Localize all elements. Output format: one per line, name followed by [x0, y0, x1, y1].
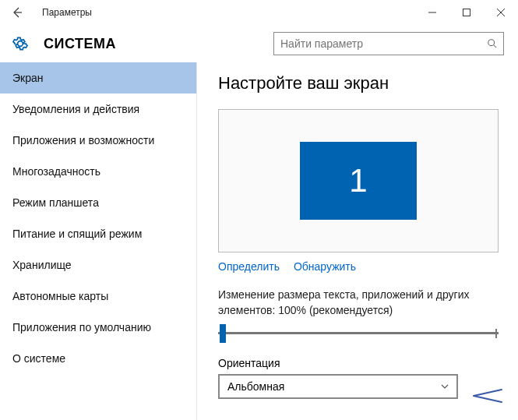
chevron-down-icon — [433, 382, 456, 391]
svg-point-1 — [488, 40, 495, 46]
orientation-label: Ориентация — [218, 357, 496, 369]
monitor-thumbnail[interactable]: 1 — [300, 142, 417, 220]
page-category-title: СИСТЕМА — [44, 36, 273, 52]
sidebar-item-tablet[interactable]: Режим планшета — [0, 187, 196, 218]
display-preview[interactable]: 1 — [218, 109, 499, 252]
gear-icon — [11, 34, 30, 53]
sidebar-item-notifications[interactable]: Уведомления и действия — [0, 94, 196, 125]
back-button[interactable] — [6, 2, 28, 23]
maximize-button[interactable] — [449, 0, 484, 25]
svg-rect-0 — [463, 9, 470, 16]
slider-thumb[interactable] — [220, 324, 226, 343]
sidebar: Экран Уведомления и действия Приложения … — [0, 62, 196, 420]
sidebar-item-power[interactable]: Питание и спящий режим — [0, 218, 196, 249]
scale-slider[interactable] — [218, 324, 499, 343]
slider-track — [218, 332, 499, 334]
vertical-divider — [196, 62, 197, 420]
detect-link[interactable]: Обнаружить — [294, 260, 356, 273]
page-title: Настройте ваш экран — [218, 73, 496, 94]
sidebar-item-storage[interactable]: Хранилище — [0, 249, 196, 281]
arrow-left-icon — [11, 6, 23, 19]
slider-tick — [495, 329, 497, 338]
close-icon — [497, 9, 505, 16]
orientation-value: Альбомная — [220, 380, 433, 393]
maximize-icon — [463, 9, 470, 16]
sidebar-item-defaults[interactable]: Приложения по умолчанию — [0, 312, 196, 343]
minimize-icon — [428, 9, 436, 16]
minimize-button[interactable] — [415, 0, 449, 25]
sidebar-item-maps[interactable]: Автономные карты — [0, 281, 196, 312]
window-title: Параметры — [42, 7, 415, 18]
close-button[interactable] — [484, 0, 518, 25]
search-icon — [481, 38, 503, 49]
sidebar-item-multitasking[interactable]: Многозадачность — [0, 156, 196, 187]
identify-link[interactable]: Определить — [218, 260, 280, 273]
search-input[interactable] — [274, 37, 481, 50]
orientation-dropdown[interactable]: Альбомная — [218, 374, 458, 399]
sidebar-item-about[interactable]: О системе — [0, 343, 196, 374]
sidebar-item-display[interactable]: Экран — [0, 62, 196, 94]
search-box[interactable] — [273, 32, 504, 55]
sidebar-item-apps[interactable]: Приложения и возможности — [0, 125, 196, 156]
scale-description: Изменение размера текста, приложений и д… — [218, 287, 499, 318]
